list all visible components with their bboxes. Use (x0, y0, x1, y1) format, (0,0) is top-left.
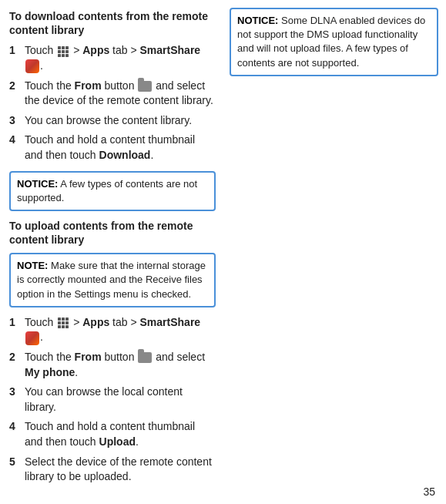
right-notice-label: NOTICE: (237, 15, 278, 26)
smartshare-icon-1 (25, 59, 39, 73)
step-text-4: Touch and hold a content thumbnail and t… (25, 133, 216, 163)
from-label-1: From (75, 79, 102, 92)
page-number: 35 (423, 486, 435, 498)
upload-step-text-2: Touch the From button and select My phon… (25, 350, 216, 380)
upload-note-box: NOTE: Make sure that the internal storag… (9, 253, 216, 307)
from-label-2: From (75, 351, 102, 363)
smartshare-label-2: SmartShare (140, 316, 201, 328)
step-num-2: 2 (9, 79, 22, 94)
step-text-3: You can browse the content library. (25, 113, 216, 129)
touch-label-1: Touch (25, 44, 56, 56)
apps-tab-label-1: Apps (82, 44, 109, 56)
touch-label-u1: Touch (25, 316, 56, 328)
note-label-1: NOTE: (17, 260, 48, 271)
section-download-title: To download contents from the remote con… (9, 9, 216, 37)
download-steps: 1 Touch > Apps tab > SmartShare . (9, 43, 216, 163)
right-notice-box: NOTICE: Some DLNA enabled devices do not… (230, 8, 438, 76)
left-column: To download contents from the remote con… (0, 0, 223, 504)
section-upload-title: To upload contents from the remote conte… (9, 219, 216, 247)
download-notice-box: NOTICE: A few types of contents are not … (9, 171, 216, 211)
right-column: NOTICE: Some DLNA enabled devices do not… (223, 0, 446, 504)
step-num-3: 3 (9, 113, 22, 129)
notice-label-1: NOTICE: (17, 178, 58, 190)
upload-step-text-1: Touch > Apps tab > SmartShare . (25, 315, 216, 345)
folder-icon-1 (138, 81, 152, 92)
upload-step-5: 5 Select the device of the remote conten… (9, 455, 216, 485)
apps-tab-label-2: Apps (82, 316, 109, 328)
download-label: Download (99, 149, 151, 161)
upload-step-3: 3 You can browse the local content libra… (9, 385, 216, 415)
upload-steps: 1 Touch > Apps tab > SmartShare . (9, 315, 216, 485)
download-step-2: 2 Touch the From button and select the d… (9, 79, 216, 109)
download-step-3: 3 You can browse the content library. (9, 113, 216, 129)
upload-step-num-5: 5 (9, 455, 22, 470)
upload-step-num-3: 3 (9, 385, 22, 400)
step-num-4: 4 (9, 133, 22, 148)
upload-step-num-2: 2 (9, 350, 22, 365)
upload-step-2: 2 Touch the From button and select My ph… (9, 350, 216, 380)
apps-grid-icon-1 (58, 46, 69, 57)
upload-step-text-5: Select the device of the remote content … (25, 455, 216, 485)
upload-step-1: 1 Touch > Apps tab > SmartShare . (9, 315, 216, 345)
folder-icon-2 (138, 352, 152, 363)
section-download: To download contents from the remote con… (9, 9, 216, 211)
upload-step-num-4: 4 (9, 419, 22, 435)
step-num-1: 1 (9, 43, 22, 59)
download-step-1: 1 Touch > Apps tab > SmartShare . (9, 43, 216, 73)
step-text-1: Touch > Apps tab > SmartShare . (25, 43, 216, 73)
smartshare-icon-2 (25, 331, 39, 345)
smartshare-label-1: SmartShare (140, 44, 201, 56)
upload-label: Upload (99, 435, 136, 448)
upload-step-text-4: Touch and hold a content thumbnail and t… (25, 419, 216, 449)
my-phone-label: My phone (25, 366, 75, 378)
section-upload: To upload contents from the remote conte… (9, 219, 216, 485)
step-text-2: Touch the From button and select the dev… (25, 79, 216, 109)
upload-step-text-3: You can browse the local content library… (25, 385, 216, 415)
page: To download contents from the remote con… (0, 0, 446, 504)
apps-grid-icon-2 (58, 318, 69, 328)
upload-step-num-1: 1 (9, 315, 22, 331)
upload-step-4: 4 Touch and hold a content thumbnail and… (9, 419, 216, 449)
download-step-4: 4 Touch and hold a content thumbnail and… (9, 133, 216, 163)
